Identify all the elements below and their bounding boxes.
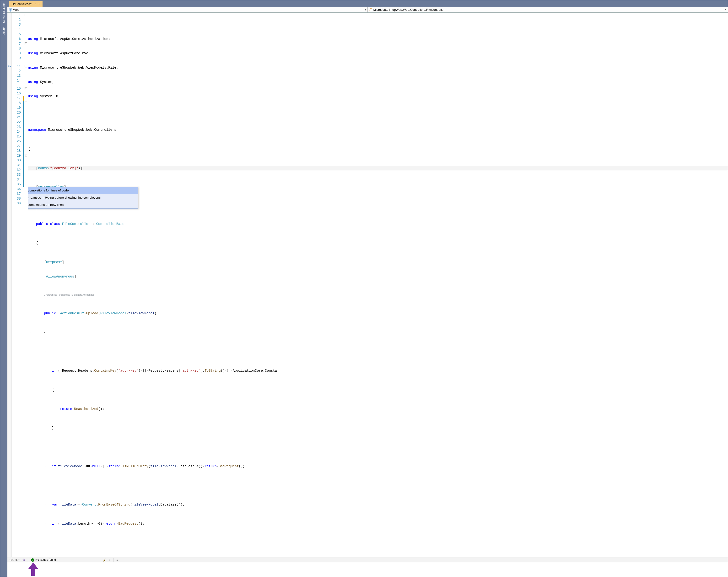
line-number: 37 (17, 192, 21, 196)
editor-status-bar: 100 % ▾ ✪ ✓No issues found 🖌 ▾ ◂ (7, 557, 728, 562)
server-explorer-tab[interactable]: Server Explorer (2, 2, 6, 24)
code-cleanup-icon[interactable]: 🖌 (103, 558, 106, 562)
line-number: 32 (17, 168, 21, 172)
chevron-down-icon: ▾ (18, 559, 20, 561)
indicator-margin (7, 12, 12, 557)
globe-icon (9, 8, 12, 11)
completion-option-label: Wait for pauses in typing before showing… (28, 195, 101, 200)
outline-toggle[interactable]: - (25, 102, 27, 104)
completion-option[interactable]: Wait for pauses in typing before showing… (28, 194, 138, 201)
chevron-down-icon: ▾ (725, 8, 726, 11)
change-indicator (23, 96, 24, 101)
line-number: 39 (17, 201, 21, 206)
line-number: 18 (17, 101, 21, 105)
nav-member-label: Microsoft.eShopWeb.Web.Controllers.FileC… (373, 8, 445, 11)
nav-scope-dropdown[interactable]: Web ▾ (7, 7, 368, 12)
close-tab-icon[interactable]: ✕ (38, 3, 41, 6)
line-number: 19 (17, 105, 21, 110)
line-number: 14 (17, 78, 21, 83)
chevron-down-icon[interactable]: ▾ (109, 559, 110, 561)
line-number: 8 (19, 46, 21, 51)
code-suggestion-marker-icon[interactable] (8, 64, 11, 68)
outline-toggle[interactable]: - (25, 65, 27, 68)
line-number: 38 (17, 196, 21, 201)
line-number: 29 (17, 153, 21, 158)
line-number: 17 (17, 96, 21, 101)
zoom-level-value: 100 % (9, 558, 18, 562)
line-number: 30 (17, 158, 21, 163)
line-number: 27 (17, 144, 21, 148)
issues-label: No issues found (35, 558, 56, 561)
line-number: 21 (17, 115, 21, 120)
outline-toggle[interactable]: - (25, 87, 27, 90)
code-editor[interactable]: 1234567891011121314151617181920212223242… (7, 12, 728, 557)
completion-option-label: Show completions on new lines (28, 202, 63, 207)
line-number: 12 (17, 69, 21, 73)
line-number: 15 (17, 86, 21, 91)
chevron-down-icon: ▾ (365, 8, 366, 11)
completion-option-label: Show completions for lines of code (28, 188, 69, 193)
completion-option[interactable]: ✓Show completions on new lines (28, 201, 138, 208)
line-number: 31 (17, 163, 21, 168)
callout-arrow-icon (29, 562, 37, 576)
outline-toggle[interactable]: - (25, 42, 27, 45)
zoom-level-dropdown[interactable]: 100 % ▾ (9, 558, 20, 562)
check-icon: ✓ (31, 558, 34, 562)
line-number: 3 (19, 22, 21, 27)
intellicode-completion-settings-popup: ✓Show completions for lines of codeWait … (28, 187, 138, 209)
code-surface[interactable]: using·Microsoft.AspNetCore.Authorization… (28, 12, 728, 557)
line-number: 24 (17, 129, 21, 134)
line-number: 26 (17, 139, 21, 144)
line-number: 28 (17, 148, 21, 153)
line-number: 5 (19, 32, 21, 36)
document-tab-well: FileController.cs* ⊐ ✕ (7, 0, 728, 7)
completion-option[interactable]: ✓Show completions for lines of code (28, 187, 138, 194)
tool-window-tabs: Server Explorer Toolbox (0, 0, 7, 577)
separator (113, 558, 113, 562)
toolbox-tab[interactable]: Toolbox (2, 26, 6, 37)
line-number: 34 (17, 177, 21, 182)
line-number: 10 (17, 56, 21, 60)
line-number: 16 (17, 91, 21, 96)
document-tab-title: FileController.cs* (11, 2, 32, 6)
line-number: 25 (17, 134, 21, 139)
nav-scope-label: Web (13, 8, 20, 11)
line-number: 13 (17, 73, 21, 78)
line-number: 1 (19, 12, 21, 18)
horizontal-scroll-left-icon[interactable]: ◂ (116, 558, 118, 562)
error-status[interactable]: ✓No issues found (31, 558, 56, 562)
line-number: 9 (19, 51, 21, 56)
line-number: 22 (17, 120, 21, 125)
class-icon (369, 8, 372, 11)
svg-point-0 (8, 65, 10, 67)
line-number: 35 (17, 182, 21, 187)
navigation-bar: Web ▾ Microsoft.eShopWeb.Web.Controllers… (7, 7, 728, 12)
line-number: 33 (17, 172, 21, 177)
line-number: 36 (17, 187, 21, 192)
line-number: 23 (17, 125, 21, 129)
line-number-gutter: 1234567891011121314151617181920212223242… (12, 12, 23, 206)
nav-member-dropdown[interactable]: Microsoft.eShopWeb.Web.Controllers.FileC… (368, 7, 728, 12)
line-number: 2 (19, 18, 21, 22)
line-number: 7 (19, 41, 21, 46)
line-number: 11 (17, 64, 21, 69)
separator (59, 558, 59, 562)
outline-toggle[interactable]: - (25, 154, 27, 157)
document-tab-filecontroller[interactable]: FileController.cs* ⊐ ✕ (9, 1, 43, 7)
codelens-method[interactable]: ········0 references | 0 changes | 0 aut… (28, 293, 728, 297)
outline-margin: ------ (25, 12, 28, 557)
pin-tab-icon[interactable]: ⊐ (34, 3, 36, 6)
line-number: 6 (19, 36, 21, 41)
change-indicator (23, 101, 24, 187)
outline-toggle[interactable]: - (25, 14, 27, 16)
line-number: 20 (17, 110, 21, 115)
annotation-area (7, 562, 728, 577)
intellicode-icon[interactable]: ✪ (23, 558, 25, 562)
line-number: 4 (19, 27, 21, 32)
